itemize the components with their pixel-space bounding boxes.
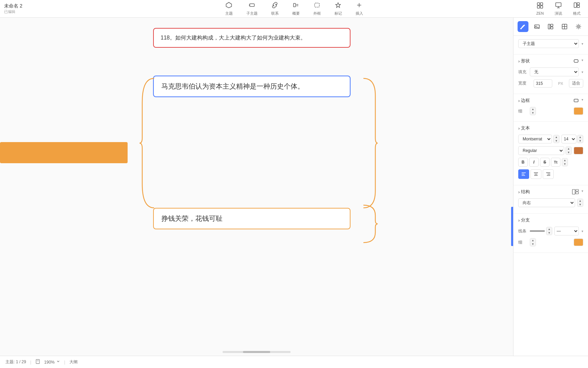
branch-color-swatch[interactable]: [574, 239, 583, 246]
branch-line-stepper[interactable]: ▲ ▼: [546, 227, 552, 235]
toolbar-theme[interactable]: 主题: [223, 0, 235, 17]
font-stepper-up[interactable]: ▲: [554, 135, 559, 139]
font-style-btns: B I S Tt ▲ ▼: [518, 158, 568, 167]
border-title: › 边框 ▾: [518, 97, 583, 104]
transform-stepper-up[interactable]: ▲: [562, 158, 568, 162]
transform-stepper-down[interactable]: ▼: [562, 162, 568, 166]
document-title: 未命名 2: [4, 3, 45, 9]
structure-collapse-icon[interactable]: ›: [518, 189, 520, 195]
top-text-box[interactable]: 118。如何大建构构成，大上大建构大了如何为业建构大束。: [153, 28, 350, 48]
rounded-rect-icon[interactable]: [573, 58, 579, 64]
border-stepper[interactable]: ▲ ▼: [530, 107, 536, 115]
width-input[interactable]: [534, 79, 552, 88]
svg-rect-17: [577, 3, 579, 5]
branch-thin-stepper-up[interactable]: ▲: [530, 239, 536, 242]
theme-row: 子主题 ▾: [518, 39, 583, 48]
toolbar-outline[interactable]: 概要: [290, 0, 303, 17]
style-stepper-down[interactable]: ▼: [566, 151, 571, 154]
fit-button[interactable]: 适合: [569, 79, 583, 88]
layout-icon-btn[interactable]: [545, 21, 556, 32]
align-left-button[interactable]: [518, 169, 529, 179]
text-collapse-icon[interactable]: ›: [518, 126, 520, 131]
border-thin-label: 细: [518, 108, 528, 114]
structure-title: › 结构 ▾: [518, 189, 583, 195]
font-row: Montserrat ▲ ▼ 14 ▲ ▼: [518, 135, 583, 143]
zoom-value: 190%: [44, 360, 55, 365]
align-center-button[interactable]: [530, 169, 541, 179]
font-style-select[interactable]: Regular: [518, 146, 564, 155]
zoom-stepper-icon[interactable]: [56, 359, 60, 365]
stepper-up[interactable]: ▲: [530, 107, 536, 111]
transform-stepper[interactable]: ▲ ▼: [562, 158, 568, 166]
presentation-button[interactable]: 演说: [551, 0, 566, 17]
font-stepper-down[interactable]: ▼: [554, 139, 559, 143]
font-size-stepper[interactable]: ▲ ▼: [577, 135, 583, 143]
branch-end-select[interactable]: —: [554, 227, 579, 235]
outline-label[interactable]: 大纲: [69, 359, 78, 365]
format-button[interactable]: 格式: [570, 0, 584, 17]
toolbar-insert[interactable]: 插入: [353, 0, 366, 17]
direction-stepper-down[interactable]: ▼: [577, 203, 583, 206]
bottom-separator-1: |: [30, 360, 31, 365]
text-color-swatch[interactable]: [574, 147, 583, 154]
structure-dropdown-arrow[interactable]: ▾: [582, 189, 583, 195]
branch-line-stepper-down[interactable]: ▼: [546, 231, 552, 235]
style-stepper[interactable]: ▲ ▼: [566, 147, 572, 155]
font-size-select[interactable]: 14: [561, 135, 576, 143]
toolbar-link[interactable]: 联系: [268, 0, 281, 17]
image-icon-btn[interactable]: [532, 21, 542, 32]
main-text-box[interactable]: 马克思韦伯认为资本主义精神是一种历史个体。: [153, 76, 350, 97]
bold-button[interactable]: B: [518, 158, 528, 167]
strikethrough-button[interactable]: S: [540, 158, 550, 167]
svg-rect-5: [315, 3, 320, 7]
branch-thin-stepper[interactable]: ▲ ▼: [530, 238, 536, 246]
align-right-button[interactable]: [543, 169, 554, 179]
shape-collapse-icon[interactable]: ›: [518, 59, 520, 64]
right-bracket-main: [360, 75, 380, 211]
bottom-text-content: 挣钱关荣，花钱可耻: [161, 215, 223, 222]
shape-dropdown-arrow[interactable]: ▾: [582, 58, 583, 64]
border-dropdown-arrow[interactable]: ▾: [582, 98, 583, 103]
transform-button[interactable]: Tt: [551, 158, 560, 167]
direction-stepper-up[interactable]: ▲: [577, 199, 583, 203]
border-collapse-icon[interactable]: ›: [518, 98, 520, 103]
svg-rect-10: [540, 3, 543, 5]
toolbar-outer[interactable]: 外框: [311, 0, 324, 17]
fill-select[interactable]: 无: [530, 67, 579, 76]
svg-rect-41: [576, 189, 578, 191]
grid-icon-btn[interactable]: [559, 21, 570, 32]
font-stepper[interactable]: ▲ ▼: [553, 135, 559, 143]
svg-rect-12: [540, 6, 543, 8]
font-size-stepper-up[interactable]: ▲: [577, 135, 583, 139]
branch-collapse-icon[interactable]: ›: [518, 218, 520, 223]
border-color-swatch[interactable]: [574, 107, 583, 115]
border-rect-icon[interactable]: [573, 98, 579, 103]
bottom-text-box[interactable]: 挣钱关荣，花钱可耻: [153, 208, 350, 229]
toolbar-subtheme[interactable]: 子主题: [244, 0, 260, 17]
outer-label: 外框: [313, 11, 321, 16]
font-size-stepper-down[interactable]: ▼: [577, 139, 583, 143]
svg-rect-22: [548, 24, 550, 29]
italic-button[interactable]: I: [529, 158, 539, 167]
toolbar-mark[interactable]: 标记: [332, 0, 345, 17]
style-stepper-up[interactable]: ▲: [566, 147, 571, 151]
svg-point-19: [520, 28, 522, 29]
zen-button[interactable]: ZEN: [533, 1, 547, 17]
branch-thin-stepper-down[interactable]: ▼: [530, 242, 536, 246]
insert-label: 插入: [356, 11, 363, 16]
direction-stepper[interactable]: ▲ ▼: [577, 199, 583, 207]
theme-select[interactable]: 子主题: [518, 39, 579, 48]
canvas[interactable]: 118。如何大建构构成，大上大建构大了如何为业建构大束。 马克思韦伯认为资本主义…: [0, 18, 513, 356]
branch-line-stepper-up[interactable]: ▲: [546, 227, 552, 231]
scroll-indicator[interactable]: [223, 351, 291, 353]
font-family-select[interactable]: Montserrat: [518, 135, 552, 143]
settings-icon-btn[interactable]: [573, 21, 584, 32]
align-btns: [518, 169, 554, 179]
font-select-wrap: Montserrat ▲ ▼: [518, 135, 559, 143]
shape-title: › 形状 ▾: [518, 58, 583, 64]
brush-icon-btn[interactable]: [518, 21, 528, 32]
direction-select[interactable]: 向右: [518, 198, 575, 207]
orange-block[interactable]: [0, 142, 128, 163]
theme-section: 子主题 ▾: [513, 36, 588, 55]
stepper-down[interactable]: ▼: [530, 111, 536, 115]
